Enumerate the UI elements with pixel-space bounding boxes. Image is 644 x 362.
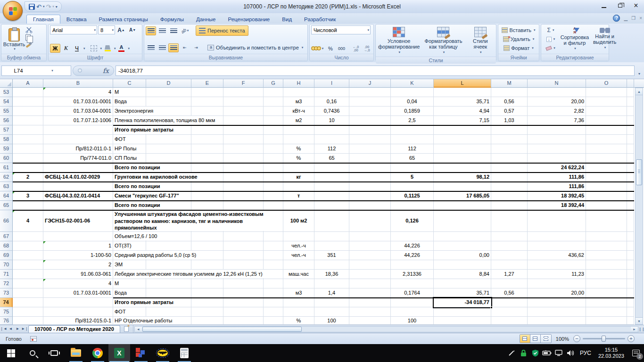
cell-L70[interactable]: [434, 260, 491, 270]
cell-E73[interactable]: [191, 288, 223, 298]
cell-B69[interactable]: 1-100-50: [43, 251, 113, 260]
cell-O71[interactable]: [586, 270, 627, 279]
cell-J58[interactable]: [349, 135, 391, 144]
cell-L66[interactable]: [434, 210, 491, 232]
cell-L56[interactable]: 7,15: [434, 116, 491, 125]
cell-E53[interactable]: [191, 88, 223, 97]
cell-J70[interactable]: [349, 260, 391, 270]
cell-C64[interactable]: Смеси "геркулес GF-177": [113, 191, 146, 201]
cell-C58[interactable]: ФОТ: [113, 135, 146, 144]
cell-C69[interactable]: Средний разряд работы 5,0 (ср 5): [113, 251, 146, 260]
cell-D72[interactable]: [146, 279, 191, 288]
cell-O54[interactable]: [586, 97, 627, 107]
cell-B74[interactable]: [43, 298, 113, 307]
cell-C62[interactable]: Грунтовки на акриловой основе: [113, 173, 146, 182]
row-header-59[interactable]: 59: [0, 144, 13, 154]
cell-O74[interactable]: [586, 298, 627, 307]
cell-H74[interactable]: [283, 298, 314, 307]
scroll-up-arrow[interactable]: ▲: [636, 88, 643, 95]
cell-B75[interactable]: [43, 307, 113, 317]
cell-G62[interactable]: [264, 173, 283, 182]
row-header-71[interactable]: 71: [0, 270, 13, 279]
cell-M63[interactable]: [491, 182, 528, 191]
cell-E59[interactable]: [191, 144, 223, 154]
cell-N65[interactable]: 18 392,44: [528, 201, 586, 210]
cell-I74[interactable]: [314, 298, 349, 307]
cell-M54[interactable]: 0,56: [491, 97, 528, 107]
cell-H53[interactable]: [283, 88, 314, 97]
cell-A76[interactable]: [13, 317, 43, 325]
grow-font-button[interactable]: A▲: [116, 25, 126, 34]
cell-D75[interactable]: [146, 307, 191, 317]
cell-I61[interactable]: [314, 163, 349, 173]
cell-x62[interactable]: [627, 173, 634, 182]
row-header-72[interactable]: 72: [0, 279, 13, 288]
cell-A70[interactable]: [13, 260, 43, 270]
cell-N62[interactable]: 111,86: [528, 173, 586, 182]
align-center-button[interactable]: [157, 43, 167, 52]
cell-I71[interactable]: 18,36: [314, 270, 349, 279]
expand-formula-bar-button[interactable]: ▾: [636, 66, 643, 76]
cell-L72[interactable]: [434, 279, 491, 288]
cell-L71[interactable]: 8,84: [434, 270, 491, 279]
tab-4[interactable]: Данные: [190, 15, 222, 24]
cell-G64[interactable]: [264, 191, 283, 201]
row-header-53[interactable]: 53: [0, 88, 13, 97]
cell-E54[interactable]: [191, 97, 223, 107]
cell-K67[interactable]: [391, 232, 434, 241]
cell-M70[interactable]: [491, 260, 528, 270]
cell-O56[interactable]: [586, 116, 627, 125]
row-header-61[interactable]: 61: [0, 163, 13, 173]
cell-L59[interactable]: [434, 144, 491, 154]
taskbar-explorer[interactable]: [65, 344, 87, 362]
cell-F70[interactable]: [223, 260, 264, 270]
cell-O63[interactable]: [586, 182, 627, 191]
cell-G69[interactable]: [264, 251, 283, 260]
taskbar-excel-active[interactable]: X: [108, 344, 130, 362]
cell-A72[interactable]: [13, 279, 43, 288]
cell-A56[interactable]: [13, 116, 43, 125]
col-header-E[interactable]: E: [191, 79, 223, 88]
cell-I56[interactable]: 10: [314, 116, 349, 125]
cell-M69[interactable]: [491, 251, 528, 260]
cell-C68[interactable]: ОТ(ЗТ): [113, 241, 146, 251]
cell-A66[interactable]: 4: [13, 210, 43, 232]
cell-F65[interactable]: [223, 201, 264, 210]
cell-E68[interactable]: [191, 241, 223, 251]
zoom-in-button[interactable]: +: [627, 335, 635, 342]
cell-I75[interactable]: [314, 307, 349, 317]
cell-D58[interactable]: [146, 135, 191, 144]
cell-N71[interactable]: 11,23: [528, 270, 586, 279]
cell-K60[interactable]: 65: [391, 154, 434, 163]
cell-B71[interactable]: 91.06.03-061: [43, 270, 113, 279]
cell-K70[interactable]: [391, 260, 434, 270]
col-header-O[interactable]: O: [586, 79, 627, 88]
cell-I65[interactable]: [314, 201, 349, 210]
copy-icon[interactable]: [25, 34, 31, 41]
help-button[interactable]: ?: [613, 15, 620, 22]
cell-N61[interactable]: 24 622,24: [528, 163, 586, 173]
cell-M65[interactable]: [491, 201, 528, 210]
cell-M71[interactable]: 1,27: [491, 270, 528, 279]
cell-H69[interactable]: чел.-ч: [283, 251, 314, 260]
borders-button[interactable]: [89, 44, 99, 53]
fill-color-dropdown[interactable]: ▾: [114, 47, 116, 50]
cell-B63[interactable]: [43, 182, 113, 191]
fill-handle[interactable]: [490, 306, 493, 309]
cell-O66[interactable]: [586, 210, 627, 232]
cell-C75[interactable]: ФОТ: [113, 307, 146, 317]
cell-I64[interactable]: [314, 191, 349, 201]
cell-M75[interactable]: [491, 307, 528, 317]
cell-G70[interactable]: [264, 260, 283, 270]
cell-F68[interactable]: [223, 241, 264, 251]
cell-M58[interactable]: [491, 135, 528, 144]
cell-G72[interactable]: [264, 279, 283, 288]
cell-C63[interactable]: Всего по позиции: [113, 182, 146, 191]
cell-M72[interactable]: [491, 279, 528, 288]
row-header-66[interactable]: 66: [0, 210, 13, 232]
cell-J64[interactable]: [349, 191, 391, 201]
cell-x61[interactable]: [627, 163, 634, 173]
number-format-select[interactable]: Числовой▾: [311, 25, 371, 34]
workbook-restore-button[interactable]: ❒: [631, 16, 636, 21]
cell-F54[interactable]: [223, 97, 264, 107]
